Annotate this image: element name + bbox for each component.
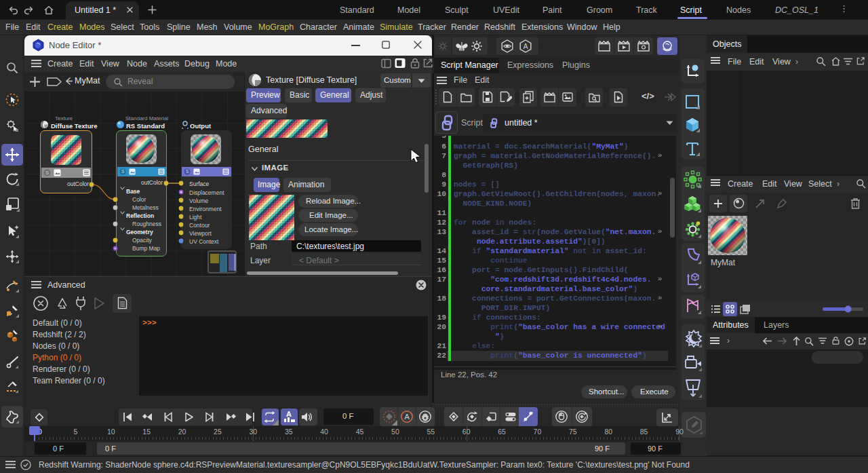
svg-text:S: S xyxy=(186,169,189,174)
svg-text:S: S xyxy=(121,169,124,174)
svg-text:A: A xyxy=(404,413,410,421)
svg-text:A: A xyxy=(524,43,528,50)
svg-text:S: S xyxy=(45,170,49,175)
